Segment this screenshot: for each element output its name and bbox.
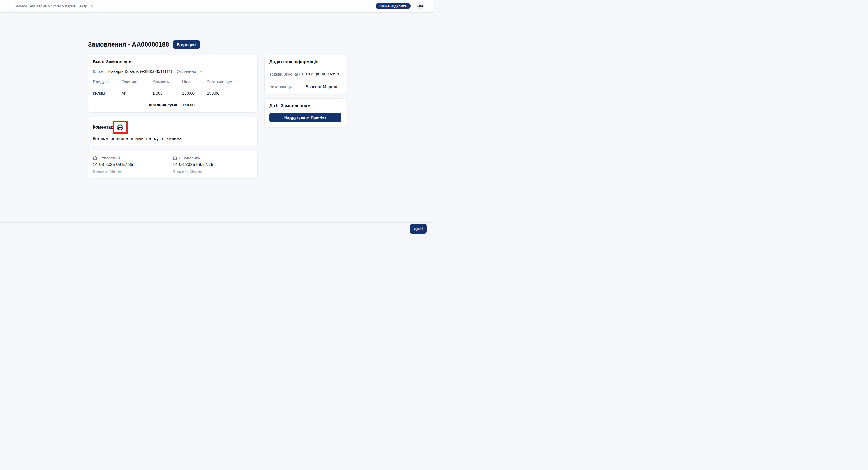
col-quantity: Кількість	[152, 78, 182, 87]
cell-total: 150.00	[207, 87, 253, 99]
order-items-table: Продукт Одиниця Кількість Ціна Загальна …	[93, 78, 253, 108]
due-date-label: Термін Виконання	[269, 72, 305, 76]
main-content: Замовлення - AA00000188 В процесі Вміст …	[0, 12, 434, 222]
app-root: Storeco Test Харків > Storeco Харків Цен…	[0, 0, 434, 235]
created-datetime: 14-08-2025 09:57:35	[93, 162, 173, 167]
executor-label: Виконавець	[269, 85, 305, 89]
order-actions-card: Дії Із Замовленням Надрукувати Пре-Чек	[265, 98, 346, 127]
comment-title: Коментар	[93, 125, 114, 130]
page-head: Замовлення - AA00000188 В процесі	[88, 40, 346, 49]
comment-card: Коментар	[88, 117, 258, 146]
cell-price: 150.00	[182, 87, 207, 99]
print-precheck-button[interactable]: Надрукувати Пре-Чек	[269, 113, 341, 122]
col-price: Ціна	[182, 78, 207, 87]
additional-info-title: Додаткова Інформація	[269, 59, 341, 64]
cell-quantity: 1.000	[152, 87, 182, 99]
executor-value: Власник Мережі	[305, 84, 341, 89]
table-footer-row: Загальна сума 150.00	[93, 99, 253, 108]
highlight-box	[113, 121, 128, 133]
col-product: Продукт	[93, 78, 122, 87]
client-label: Клієнт:	[93, 69, 106, 74]
cell-unit: М2	[122, 87, 152, 99]
unfold-chevrons-icon	[90, 4, 95, 8]
order-status-badge: В процесі	[173, 40, 200, 49]
avatar[interactable]: ВМ	[416, 2, 424, 10]
store-selector[interactable]: Storeco Test Харків > Storeco Харків Цен…	[10, 2, 97, 11]
due-date-value: 18 серпня 2025 р.	[305, 71, 341, 76]
topbar: Storeco Test Харків > Storeco Харків Цен…	[0, 0, 434, 12]
created-label: Створений	[99, 156, 120, 160]
grand-total-value: 150.00	[182, 99, 207, 108]
page-title: Замовлення - AA00000188	[88, 41, 169, 48]
client-value: Назарій Коваль (+380508511111)	[108, 69, 172, 74]
updated-author: Власник Мережі	[173, 169, 253, 174]
cell-product: Килим	[93, 87, 122, 99]
created-author: Власник Мережі	[93, 169, 173, 174]
calendar-icon	[173, 156, 177, 160]
col-unit: Одиниця	[122, 78, 152, 87]
order-contents-title: Вміст Замовлення	[93, 59, 253, 64]
updated-block: Оновлений 14-08-2025 09:57:35 Власник Ме…	[173, 156, 253, 174]
additional-info-card: Додаткова Інформація Термін Виконання 18…	[265, 55, 346, 94]
col-total: Загальна сума	[207, 78, 253, 87]
created-block: Створений 14-08-2025 09:57:35 Власник Ме…	[93, 156, 173, 174]
grand-total-label: Загальна сума	[93, 99, 182, 108]
order-actions-title: Дії Із Замовленням	[269, 103, 341, 108]
next-button[interactable]: Далі	[410, 224, 427, 233]
topbar-right: Зміна Відкрита ВМ	[376, 2, 424, 10]
table-row: Килим М2 1.000 150.00 150.00	[93, 87, 253, 99]
store-selector-label: Storeco Test Харків > Storeco Харків Цен…	[14, 4, 87, 8]
order-contents-card: Вміст Замовлення Клієнт: Назарій Коваль …	[88, 55, 258, 113]
paid-value: Ні	[199, 69, 204, 74]
paid-label: Оплачено:	[177, 69, 197, 74]
dates-card: Створений 14-08-2025 09:57:35 Власник Ме…	[88, 151, 258, 179]
updated-label: Оновлений	[179, 156, 200, 160]
client-line: Клієнт: Назарій Коваль (+380508511111) О…	[93, 69, 253, 74]
shift-status-badge: Зміна Відкрита	[376, 3, 410, 9]
table-header-row: Продукт Одиниця Кількість Ціна Загальна …	[93, 78, 253, 87]
print-check-icon[interactable]	[116, 124, 124, 131]
calendar-icon	[93, 156, 97, 160]
updated-datetime: 14-08-2025 09:57:35	[173, 162, 253, 167]
comment-text: Велика червона пляма на куті килима!	[93, 136, 253, 141]
footer-bar: Далі	[0, 222, 434, 235]
